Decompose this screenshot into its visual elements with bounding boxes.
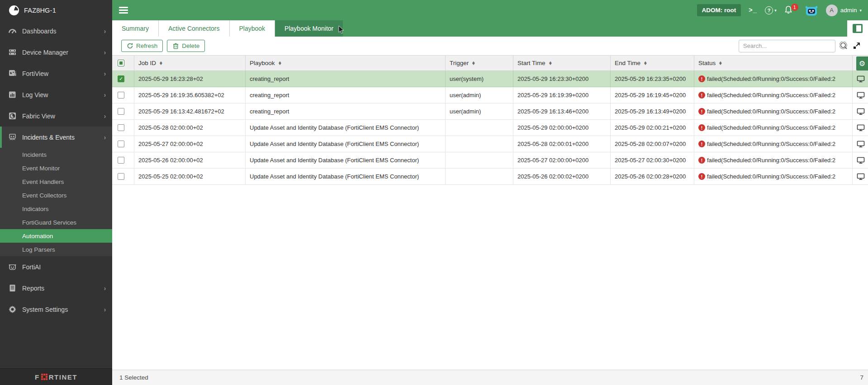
sidebar-subitem-label: Indicators bbox=[22, 206, 49, 212]
row-checkbox[interactable] bbox=[118, 124, 124, 131]
monitor-icon[interactable] bbox=[857, 108, 865, 115]
job-id-cell: 2025-05-27 02:00:00+02 bbox=[134, 136, 246, 152]
panel-toggle-button[interactable] bbox=[847, 20, 868, 37]
sidebar-item-incidents[interactable]: Incidents bbox=[0, 148, 112, 161]
row-checkbox[interactable] bbox=[118, 173, 124, 180]
end-time-cell: 2025-05-29 02:00:21+0200 bbox=[611, 120, 694, 136]
end-time-cell: 2025-05-29 16:23:35+0200 bbox=[611, 71, 694, 87]
fabric-icon bbox=[8, 112, 17, 120]
delete-button[interactable]: Delete bbox=[167, 40, 205, 52]
row-checkbox[interactable] bbox=[118, 157, 124, 164]
fullscreen-icon[interactable] bbox=[852, 42, 861, 50]
sidebar-item-incidents-events[interactable]: Incidents & Events› bbox=[0, 127, 112, 148]
table-row[interactable]: 2025-05-29 16:13:42.481672+02creating_re… bbox=[112, 103, 868, 120]
notifications-button[interactable]: 1 bbox=[784, 5, 792, 15]
checkbox-cell bbox=[112, 136, 134, 152]
help-menu[interactable]: ? ▾ bbox=[765, 6, 777, 14]
column-label: Job ID bbox=[138, 60, 156, 66]
monitor-icon[interactable] bbox=[857, 124, 865, 131]
table-row[interactable]: 2025-05-25 02:00:00+02Update Asset and I… bbox=[112, 169, 868, 185]
table-row[interactable]: 2025-05-29 16:19:35.605382+02creating_re… bbox=[112, 87, 868, 103]
sidebar-item-dashboards[interactable]: Dashboards› bbox=[0, 20, 112, 42]
sidebar-item-label: Incidents & Events bbox=[22, 134, 104, 141]
sidebar-item-system-settings[interactable]: System Settings› bbox=[0, 299, 112, 320]
row-checkbox[interactable] bbox=[118, 141, 124, 147]
chevron-right-icon: › bbox=[104, 27, 106, 35]
monitor-icon[interactable] bbox=[857, 92, 865, 99]
sidebar-item-log-view[interactable]: Log View› bbox=[0, 84, 112, 105]
monitor-icon[interactable] bbox=[857, 75, 865, 83]
error-icon: ! bbox=[698, 124, 705, 131]
column-header-status[interactable]: Status▲▼ bbox=[694, 56, 853, 70]
refresh-icon bbox=[127, 42, 133, 49]
search-input[interactable] bbox=[739, 40, 835, 52]
sidebar-item-event-monitor[interactable]: Event Monitor bbox=[0, 161, 112, 175]
checkbox-cell bbox=[112, 87, 134, 103]
monitor-cell bbox=[853, 169, 868, 185]
trigger-cell: user(admin) bbox=[446, 87, 513, 103]
trash-icon bbox=[172, 42, 179, 49]
monitor-icon[interactable] bbox=[857, 173, 865, 180]
column-header-playbook[interactable]: Playbook▲▼ bbox=[246, 56, 446, 70]
sidebar-item-event-handlers[interactable]: Event Handlers bbox=[0, 175, 112, 188]
column-header-trigger[interactable]: Trigger▲▼ bbox=[446, 56, 513, 70]
user-menu[interactable]: A admin ▾ bbox=[826, 5, 862, 16]
sort-icon: ▲▼ bbox=[549, 61, 552, 65]
sidebar-item-reports[interactable]: Reports› bbox=[0, 277, 112, 299]
hamburger-icon[interactable] bbox=[119, 7, 128, 14]
monitor-icon[interactable] bbox=[857, 141, 865, 148]
trigger-cell: user(system) bbox=[446, 71, 513, 87]
sidebar-item-device-manager[interactable]: Device Manager› bbox=[0, 42, 112, 63]
table-row[interactable]: 2025-05-28 02:00:00+02Update Asset and I… bbox=[112, 120, 868, 136]
playbook-monitor-table: Job ID▲▼Playbook▲▼Trigger▲▼Start Time▲▼E… bbox=[112, 55, 868, 185]
sidebar-item-log-parsers[interactable]: Log Parsers bbox=[0, 243, 112, 256]
device-name: FAZ8HG-1 bbox=[24, 7, 56, 14]
row-checkbox[interactable] bbox=[118, 92, 124, 99]
app-header: FAZ8HG-1 bbox=[0, 0, 112, 20]
error-icon: ! bbox=[698, 75, 705, 82]
checkbox-cell bbox=[112, 169, 134, 185]
row-checkbox[interactable] bbox=[118, 108, 124, 115]
start-time-cell: 2025-05-29 16:13:46+0200 bbox=[513, 103, 611, 120]
cli-console-icon[interactable]: >_ bbox=[749, 7, 757, 14]
table-body: ✓2025-05-29 16:23:28+02creating_reportus… bbox=[112, 71, 868, 185]
sidebar-item-fortiguard-services[interactable]: FortiGuard Services bbox=[0, 216, 112, 229]
column-header-start-time[interactable]: Start Time▲▼ bbox=[513, 56, 611, 70]
sidebar-item-fabric-view[interactable]: Fabric View› bbox=[0, 105, 112, 127]
column-header-job-id[interactable]: Job ID▲▼ bbox=[134, 56, 246, 70]
table-row[interactable]: ✓2025-05-29 16:23:28+02creating_reportus… bbox=[112, 71, 868, 87]
toolbar: Refresh Delete bbox=[112, 37, 868, 55]
select-all-checkbox[interactable] bbox=[118, 60, 124, 66]
refresh-button[interactable]: Refresh bbox=[121, 40, 163, 52]
column-search-icon[interactable] bbox=[840, 42, 848, 50]
chevron-right-icon: › bbox=[104, 133, 106, 141]
sidebar-item-fortiai[interactable]: FortiAI bbox=[0, 256, 112, 277]
table-row[interactable]: 2025-05-27 02:00:00+02Update Asset and I… bbox=[112, 136, 868, 152]
column-settings-button[interactable]: ⚙ bbox=[856, 56, 868, 70]
column-header-end-time[interactable]: End Time▲▼ bbox=[611, 56, 694, 70]
sidebar-item-label: FortiAI bbox=[22, 263, 106, 271]
topbar-right: ADOM: root >_ ? ▾ 1 bbox=[697, 4, 868, 16]
status-text: failed(Scheduled:0/Running:0/Success:0/F… bbox=[707, 124, 835, 131]
app-window: FAZ8HG-1 Dashboards›Device Manager›Forti… bbox=[0, 0, 868, 385]
table-row[interactable]: 2025-05-26 02:00:00+02Update Asset and I… bbox=[112, 152, 868, 169]
sidebar-item-fortiview[interactable]: FortiView› bbox=[0, 63, 112, 84]
monitor-icon[interactable] bbox=[857, 157, 865, 164]
column-label: Status bbox=[698, 60, 716, 66]
adom-selector[interactable]: ADOM: root bbox=[697, 4, 741, 16]
sort-icon: ▲▼ bbox=[472, 61, 475, 65]
tab-active-connectors[interactable]: Active Connectors bbox=[159, 20, 230, 37]
tab-summary[interactable]: Summary bbox=[112, 20, 159, 37]
sidebar-item-indicators[interactable]: Indicators bbox=[0, 202, 112, 216]
sidebar-item-event-collectors[interactable]: Event Collectors bbox=[0, 188, 112, 202]
tab-playbook-monitor[interactable]: Playbook Monitor bbox=[275, 20, 343, 37]
chevron-right-icon: › bbox=[104, 284, 106, 292]
checkbox-cell bbox=[112, 152, 134, 169]
start-time-cell: 2025-05-29 02:00:00+0200 bbox=[513, 120, 611, 136]
tab-playbook[interactable]: Playbook bbox=[230, 20, 275, 37]
fortiai-assistant-button[interactable] bbox=[805, 5, 818, 16]
monitor-cell bbox=[853, 136, 868, 152]
robot-outline-icon bbox=[8, 263, 17, 271]
sidebar-item-automation[interactable]: Automation bbox=[0, 229, 112, 243]
row-checkbox[interactable]: ✓ bbox=[118, 75, 124, 82]
